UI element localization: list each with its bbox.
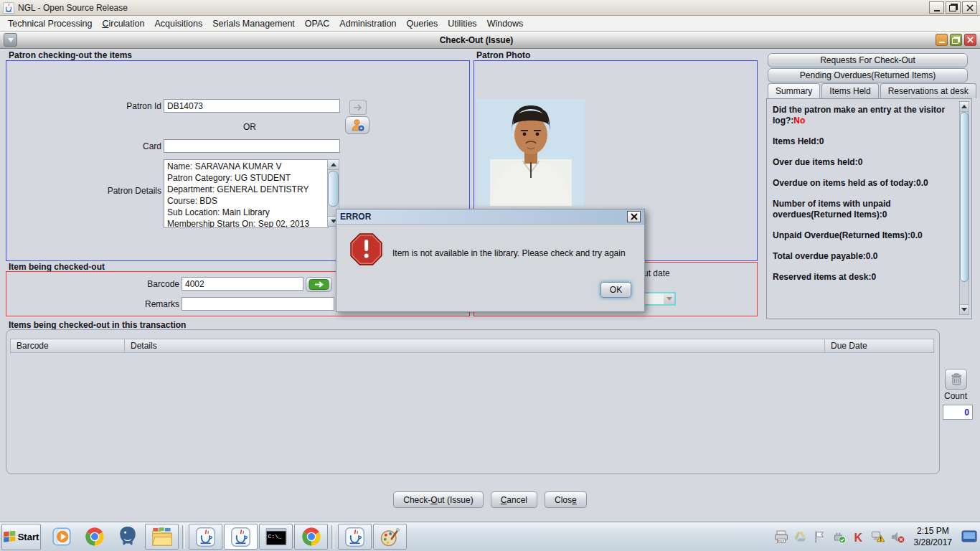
column-header-details[interactable]: Details [125, 339, 825, 353]
menu-item-administration[interactable]: Administration [334, 17, 401, 30]
or-label: OR [164, 120, 336, 135]
frame-titlebar: Check-Out (Issue) [0, 32, 980, 49]
tab-items-held[interactable]: Items Held [821, 83, 878, 98]
patron-search-button[interactable] [345, 116, 369, 134]
requests-for-check-out-button[interactable]: Requests For Check-Out [768, 53, 968, 67]
dialog-title: ERROR [340, 212, 627, 222]
cancel-button[interactable]: Cancel [491, 491, 537, 508]
delete-item-button[interactable] [945, 369, 967, 390]
menu-item-queries[interactable]: Queries [402, 17, 443, 30]
combo-arrow-icon[interactable] [664, 293, 674, 304]
scrollbar-thumb[interactable] [328, 171, 339, 207]
restore-button[interactable] [946, 1, 961, 14]
frame-menu-button[interactable] [4, 33, 17, 47]
frame-maximize-button[interactable] [950, 34, 962, 46]
pending-overdues-returned-items-button[interactable]: Pending Overdues(Returned Items) [768, 68, 968, 83]
close-icon [967, 37, 974, 43]
summary-label: Overdue on items held as of today: [773, 178, 916, 188]
svg-text:C:\_: C:\_ [268, 533, 282, 540]
postgresql-icon[interactable] [116, 524, 139, 547]
frame-minimize-button[interactable] [936, 34, 948, 46]
svg-text:K: K [854, 531, 862, 543]
taskbar-app-file-explorer[interactable] [145, 524, 179, 550]
summary-label: Over due items held: [773, 157, 858, 167]
media-player-icon[interactable] [50, 525, 73, 548]
scrollbar-thumb[interactable] [960, 112, 969, 282]
taskbar-app-command-prompt[interactable]: C:\_ [259, 524, 293, 550]
card-input[interactable] [164, 139, 340, 153]
tab-summary[interactable]: Summary [768, 83, 820, 98]
google-drive-icon[interactable] [793, 529, 808, 544]
taskbar-app-java[interactable] [189, 524, 222, 550]
summary-scrollbar[interactable] [959, 101, 969, 315]
checkout-go-button[interactable] [306, 277, 332, 292]
menu-bar: Technical ProcessingCirculationAcquisiti… [0, 16, 980, 32]
menu-item-windows[interactable]: Windows [482, 17, 529, 30]
scroll-up-icon[interactable] [328, 160, 339, 170]
close-button[interactable]: Close [545, 491, 587, 508]
summary-value: 0 [819, 136, 824, 146]
column-header-due-date[interactable]: Due Date [825, 339, 934, 353]
scroll-up-icon[interactable] [960, 102, 969, 112]
barcode-label: Barcode [93, 277, 179, 292]
desktop: NGL - Open Source Release Technical Proc… [0, 0, 980, 551]
count-label: Count [944, 389, 967, 404]
restore-icon [949, 5, 956, 11]
window-controls [929, 1, 977, 14]
start-button[interactable]: Start [1, 524, 41, 550]
network-warning-icon[interactable] [871, 529, 885, 544]
menu-item-opac[interactable]: OPAC [300, 17, 335, 30]
clock-time: 2:15 PM [914, 525, 952, 537]
right-panel-buttons: Requests For Check-OutPending Overdues(R… [768, 53, 968, 83]
menu-item-acquisitions[interactable]: Acquisitions [149, 17, 207, 30]
minimize-button[interactable] [929, 1, 944, 14]
right-panel-tabs: SummaryItems HeldReservations at desk [768, 83, 976, 98]
arrow-right-icon [352, 103, 364, 112]
usb-safely-remove-icon[interactable] [832, 529, 847, 544]
taskbar-app-java[interactable] [338, 524, 372, 550]
dialog-titlebar: ERROR [336, 209, 644, 225]
frame-close-button[interactable] [964, 34, 976, 46]
barcode-input[interactable] [182, 277, 303, 291]
show-desktop-button[interactable] [961, 530, 977, 543]
taskbar-app-chrome[interactable] [294, 524, 328, 550]
dialog-close-button[interactable] [627, 211, 641, 222]
summary-entry: Overdue on items held as of today:0.0 [773, 178, 953, 189]
remarks-label: Remarks [93, 297, 179, 312]
kaspersky-icon[interactable]: K [852, 529, 866, 544]
patron-id-input[interactable] [164, 99, 340, 113]
menu-item-utilities[interactable]: Utilities [443, 17, 481, 30]
check-out-issue-button[interactable]: Check-Out (Issue) [393, 491, 483, 508]
menu-item-serials-management[interactable]: Serials Management [207, 17, 300, 30]
patron-detail-line: Course: BDS [167, 195, 325, 207]
clock-date: 3/28/2017 [914, 537, 952, 548]
photo-section-title: Patron Photo [476, 50, 530, 60]
menu-item-circulation[interactable]: Circulation [97, 17, 149, 30]
maximize-icon [952, 38, 958, 44]
patron-id-label: Patron Id [72, 99, 161, 114]
flag-icon[interactable] [813, 529, 827, 544]
dialog-ok-button[interactable]: OK [600, 282, 631, 298]
close-button[interactable] [962, 1, 977, 14]
remarks-input[interactable] [182, 297, 334, 311]
taskbar-app-paint[interactable] [373, 524, 407, 550]
taskbar-clock[interactable]: 2:15 PM 3/28/2017 [914, 525, 952, 548]
summary-panel: Did the patron make an entry at the visi… [766, 98, 972, 319]
submit-patron-id-button[interactable] [349, 100, 367, 115]
volume-muted-icon[interactable] [890, 529, 905, 544]
chrome-icon[interactable] [83, 525, 106, 548]
scroll-down-icon[interactable] [960, 304, 969, 314]
column-header-barcode[interactable]: Barcode [10, 339, 125, 353]
summary-entry: Total overdue payable:0.0 [773, 251, 953, 262]
printer-icon[interactable] [774, 529, 788, 544]
menu-item-technical-processing[interactable]: Technical Processing [3, 17, 97, 30]
quick-launch [45, 524, 144, 549]
error-octagon-icon [350, 233, 382, 265]
summary-label: Reserved items at desk: [773, 272, 871, 282]
count-field[interactable] [943, 405, 973, 420]
taskbar-app-java[interactable] [224, 524, 258, 550]
error-dialog: ERROR Item is not available in the libra… [336, 209, 645, 312]
tab-reservations-at-desk[interactable]: Reservations at desk [880, 83, 976, 98]
system-tray: K 2:15 PM 3/28/2017 [774, 525, 980, 548]
summary-value: 0.0 [866, 251, 878, 261]
